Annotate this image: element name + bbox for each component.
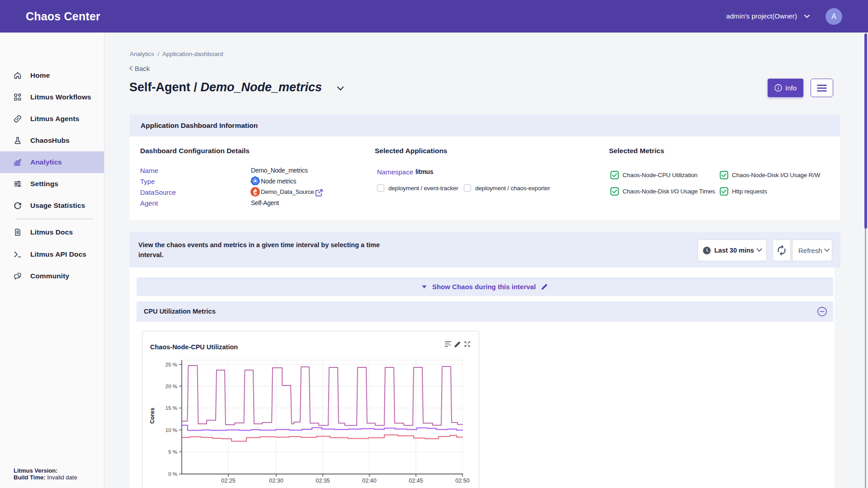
svg-text:20 %: 20 % [165, 384, 177, 389]
svg-text:02:40: 02:40 [362, 478, 376, 484]
svg-text:5 %: 5 % [168, 449, 177, 455]
svg-text:02:30: 02:30 [269, 478, 283, 484]
svg-text:15 %: 15 % [165, 405, 177, 411]
svg-text:02:45: 02:45 [409, 478, 423, 484]
svg-text:Cores: Cores [149, 408, 156, 423]
svg-text:02:25: 02:25 [221, 478, 235, 484]
svg-text:10 %: 10 % [165, 427, 177, 433]
svg-text:0 %: 0 % [168, 471, 177, 477]
svg-text:02:35: 02:35 [316, 478, 330, 484]
svg-text:25 %: 25 % [165, 362, 177, 367]
svg-text:02:50: 02:50 [455, 478, 469, 484]
